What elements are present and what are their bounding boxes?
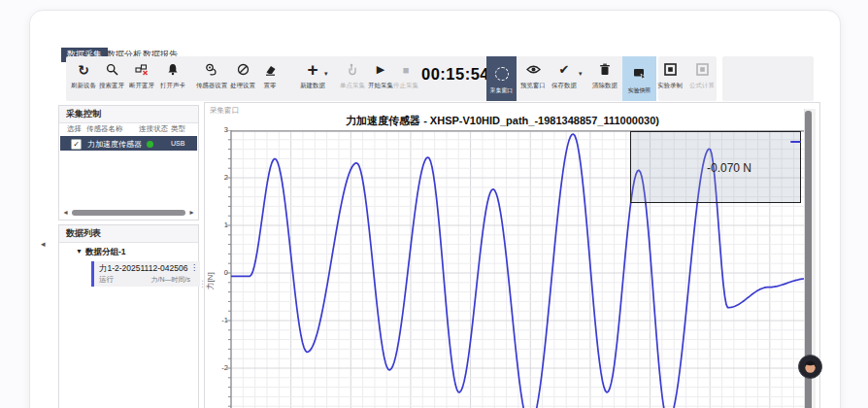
formula-calc-button[interactable]: 公式计算 — [681, 60, 723, 99]
legend-line-swatch — [790, 141, 801, 144]
panel-title: 采集控制 — [59, 106, 198, 123]
item-axes: 力/N—时间/s — [151, 275, 190, 285]
y-tick-label: 0 — [205, 268, 228, 277]
item-title: 力1-2-20251112-042506 — [99, 263, 187, 275]
horizontal-scrollbar[interactable]: ◂ ▸ — [61, 208, 196, 217]
screen: { "tabs": [ {"label": "数据采集", "active": … — [0, 0, 868, 408]
col-type: 类型 — [171, 124, 185, 134]
sensor-name: 力加速度传感器 — [87, 139, 142, 150]
button-label: 打开声卡 — [153, 81, 192, 89]
capture-control-panel: 采集控制 选择 传感器名称 连接状态 类型 ✓ 力加速度传感器 USB ◂ ▸ — [58, 105, 199, 221]
y-tick-label: 3 — [205, 125, 228, 134]
new-data-button[interactable]: + 新建数据 — [291, 60, 334, 99]
col-select: 选择 — [67, 124, 82, 134]
y-tick-label: -1 — [205, 316, 228, 324]
scroll-left-arrow[interactable]: ◂ — [61, 208, 70, 217]
chart-legend: 力 — [745, 136, 813, 148]
new-data-dropdown-caret[interactable]: ▾ — [324, 70, 328, 78]
avatar-icon — [798, 355, 822, 379]
button-label: 新建数据 — [293, 81, 332, 89]
bell-icon — [151, 60, 194, 79]
item-accent-bar — [91, 261, 94, 287]
status-dot — [147, 141, 153, 148]
table-header: 选择 传感器名称 连接状态 类型 — [59, 123, 198, 136]
trash-icon — [584, 60, 626, 79]
assistant-avatar-button[interactable] — [798, 355, 822, 379]
timer-display: 00:15:54 — [421, 65, 482, 84]
button-label: 保存数据 — [545, 81, 584, 89]
y-tick-label: 2 — [205, 173, 228, 182]
save-data-dropdown-caret[interactable]: ▾ — [579, 70, 583, 78]
sensor-checkbox[interactable]: ✓ — [71, 139, 82, 150]
data-item[interactable]: 力1-2-20251112-042506 运行 力/N—时间/s ⋮ — [91, 261, 200, 287]
sensor-type: USB — [171, 140, 184, 147]
formula-frame-icon — [681, 60, 723, 79]
eraser-icon — [249, 60, 291, 79]
item-menu-icon[interactable]: ⋮ — [190, 263, 198, 272]
panel-title: 数据列表 — [59, 225, 198, 243]
chart-title: 力加速度传感器 - XHSP-V10HID_path_-1981348857_1… — [205, 114, 800, 128]
button-label: 清除数据 — [585, 81, 624, 89]
set-zero-button[interactable]: 置零 — [249, 60, 291, 99]
item-status: 运行 — [99, 275, 114, 285]
scroll-right-arrow[interactable]: ▸ — [187, 208, 196, 217]
open-soundcard-button[interactable]: 打开声卡 — [151, 60, 194, 99]
button-label: 置零 — [250, 81, 289, 89]
button-label: 停止采集 — [386, 81, 425, 89]
toolbar-spacer — [722, 56, 814, 101]
clear-data-button[interactable]: 清除数据 — [584, 60, 626, 99]
y-tick-label: -2 — [205, 363, 228, 372]
button-label: 公式计算 — [683, 81, 721, 89]
col-sensor-name: 传感器名称 — [86, 124, 123, 134]
scrollbar-thumb[interactable] — [72, 210, 185, 216]
data-list-panel: 数据列表 ▼ 数据分组-1 力1-2-20251112-042506 运行 力/… — [58, 224, 199, 408]
panel-collapse-arrow[interactable]: ◂ — [41, 239, 46, 249]
chevron-down-icon: ▼ — [76, 248, 83, 255]
sensor-row[interactable]: ✓ 力加速度传感器 USB — [60, 136, 197, 151]
y-tick-label: 1 — [205, 221, 228, 229]
chart-panel: 采集窗口 力加速度传感器 - XHSP-V10HID_path_-1981348… — [204, 102, 820, 408]
chart-annotation: -0.070 N — [661, 161, 797, 175]
save-data-button[interactable]: ✔ 保存数据 — [543, 60, 585, 99]
col-conn-status: 连接状态 — [139, 124, 168, 134]
group-label: 数据分组-1 — [85, 247, 126, 258]
data-group-row[interactable]: ▼ 数据分组-1 — [60, 246, 197, 259]
